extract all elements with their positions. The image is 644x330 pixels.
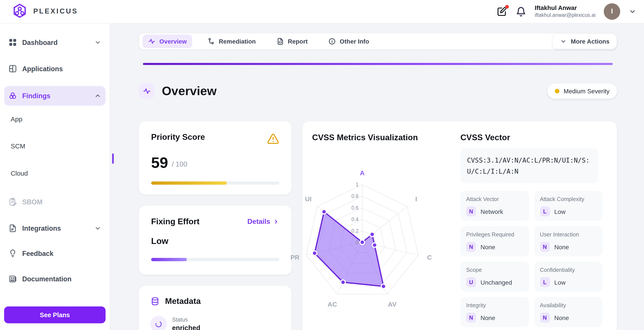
content-area: Overview Remediation: [110, 24, 644, 330]
tab-overview[interactable]: Overview: [142, 35, 192, 48]
metric-letter-badge: U: [466, 277, 476, 287]
sidebar-item-dashboard[interactable]: Dashboard: [4, 34, 106, 50]
cvss-vector-string[interactable]: CVSS:3.1/AV:N/AC:L/PR:N/UI:N/S:U/C:L/I:L…: [460, 148, 598, 184]
sidebar-item-sbom[interactable]: SBOM: [4, 195, 106, 210]
sidebar-item-feedback[interactable]: Feedback: [4, 246, 106, 261]
svg-text:A: A: [360, 169, 365, 177]
metric-value: None: [554, 314, 569, 321]
lightbulb-icon: [8, 249, 17, 258]
file-icon: [8, 224, 17, 233]
user-info: Iftakhul Anwar iftakhul.anwar@plexicus.a…: [535, 5, 596, 18]
sidebar-subitem-label: SCM: [10, 143, 25, 150]
metric-label: Attack Vector: [466, 196, 523, 203]
avatar[interactable]: I: [604, 3, 620, 20]
header-actions: Iftakhul Anwar iftakhul.anwar@plexicus.a…: [496, 3, 636, 20]
bell-icon[interactable]: [516, 6, 526, 17]
priority-score-card: Priority Score 59 / 100: [139, 121, 292, 195]
metric-value: Unchanged: [480, 279, 512, 286]
activity-icon: [148, 37, 156, 45]
metric-letter-badge: N: [540, 313, 550, 323]
svg-text:AV: AV: [388, 301, 396, 308]
brand-name: PLEXICUS: [33, 7, 78, 16]
info-icon: [328, 37, 336, 45]
sidebar-item-app[interactable]: App: [4, 112, 106, 126]
layout-icon: [8, 64, 17, 73]
see-plans-button[interactable]: See Plans: [4, 306, 106, 323]
chevron-down-icon: [94, 225, 101, 232]
metric-privileges-required: Privileges Required NNone: [460, 227, 529, 257]
metric-user-interaction: User Interaction NNone: [534, 227, 603, 257]
metric-letter-badge: N: [466, 242, 476, 252]
activity-icon: [139, 83, 154, 99]
spinner-icon: [150, 316, 167, 330]
tab-remediation[interactable]: Remediation: [202, 35, 261, 48]
user-menu-chevron-down-icon[interactable]: [628, 7, 636, 16]
metric-attack-complexity: Attack Complexity LLow: [534, 191, 603, 221]
notification-dot: [505, 5, 509, 9]
tab-report[interactable]: Report: [271, 35, 313, 48]
tab-other-info[interactable]: Other Info: [323, 35, 374, 48]
metadata-title: Metadata: [165, 297, 201, 306]
sidebar-item-findings[interactable]: Findings: [4, 86, 106, 106]
priority-score-title: Priority Score: [151, 132, 205, 142]
brand: PLEXICUS: [10, 3, 78, 21]
severity-dot-icon: [555, 89, 560, 93]
more-actions-label: More Actions: [571, 38, 610, 45]
plexicus-logo-icon: [10, 3, 29, 21]
page-head: Overview Medium Severity: [139, 83, 617, 99]
svg-text:0.8: 0.8: [351, 193, 358, 199]
tab-label: Remediation: [219, 38, 256, 45]
route-icon: [208, 37, 215, 45]
metric-value: None: [480, 314, 495, 321]
cvss-viz-title: CVSS Metrics Visualization: [312, 133, 418, 142]
user-email: iftakhul.anwar@plexicus.ai: [535, 13, 596, 18]
clipboard-pen-icon: [8, 198, 17, 207]
warning-triangle-icon: [267, 132, 280, 145]
sidebar-item-applications[interactable]: Applications: [4, 60, 106, 77]
priority-score-progress-fill: [151, 181, 226, 185]
newspaper-icon: [8, 274, 17, 283]
metric-scope: Scope UUnchanged: [460, 262, 529, 292]
sidebar-item-label: Applications: [22, 65, 63, 73]
svg-text:I: I: [415, 195, 417, 203]
svg-text:0.2: 0.2: [351, 228, 358, 234]
cvss-vector-section: CVSS Vector CVSS:3.1/AV:N/AC:L/PR:N/UI:N…: [460, 133, 605, 327]
tabs: Overview Remediation: [142, 35, 374, 48]
metric-label: Integrity: [466, 302, 523, 309]
sidebar-subitem-label: Cloud: [10, 170, 28, 177]
metric-label: Privileges Required: [466, 232, 523, 238]
metric-value: None: [480, 244, 495, 251]
metric-confidentiality: Confidentiality LLow: [534, 262, 603, 292]
content-scroll-indicator[interactable]: [112, 153, 114, 164]
sidebar-item-scm[interactable]: SCM: [4, 139, 106, 153]
fixing-effort-progress: [151, 258, 279, 261]
metric-attack-vector: Attack Vector NNetwork: [460, 191, 529, 221]
metric-letter-badge: N: [466, 313, 476, 323]
metric-letter-badge: L: [540, 207, 550, 217]
svg-text:PR: PR: [290, 254, 300, 261]
svg-text:UI: UI: [305, 195, 312, 203]
compose-button[interactable]: [496, 6, 507, 17]
page-title: Overview: [162, 84, 217, 98]
chevron-up-icon: [94, 92, 101, 100]
metadata-field-value: enriched: [172, 324, 200, 330]
sidebar: Dashboard Applications: [0, 24, 110, 330]
app-header: PLEXICUS Iftakhul Anwar iftakhul.anwar@p…: [0, 0, 644, 24]
sidebar-item-label: Documentation: [22, 275, 71, 283]
more-actions-button[interactable]: More Actions: [552, 34, 617, 49]
sidebar-item-integrations[interactable]: Integrations: [4, 220, 106, 236]
svg-text:1: 1: [356, 182, 359, 188]
accent-divider: [143, 63, 613, 65]
sidebar-item-label: Integrations: [22, 224, 61, 232]
fixing-effort-progress-fill: [151, 258, 187, 261]
chevron-down-icon: [560, 38, 567, 45]
details-link[interactable]: Details: [247, 217, 280, 226]
sidebar-item-documentation[interactable]: Documentation: [4, 271, 106, 287]
priority-score-value: 59: [151, 155, 168, 170]
severity-label: Medium Severity: [564, 87, 610, 94]
sidebar-item-label: Feedback: [22, 249, 54, 257]
svg-text:C: C: [427, 254, 432, 261]
priority-score-max: / 100: [172, 160, 187, 169]
sidebar-item-label: Dashboard: [22, 39, 58, 46]
sidebar-item-cloud[interactable]: Cloud: [4, 167, 106, 181]
